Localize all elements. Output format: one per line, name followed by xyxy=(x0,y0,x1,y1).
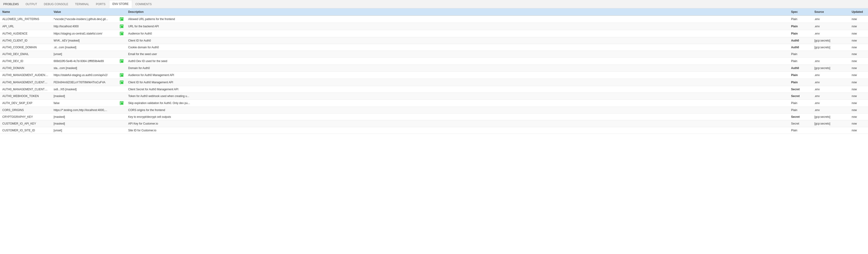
env-description: CORS origins for the frontend xyxy=(126,107,789,114)
table-header-row: NameValueDescriptionSpecSourceUpdated xyxy=(0,8,868,16)
env-name: CUSTOMER_IO_SITE_ID xyxy=(0,127,51,134)
env-description: Skip expiration validation for Auth0. On… xyxy=(126,100,789,107)
env-value: [masked] xyxy=(51,114,126,120)
tab-problems[interactable]: PROBLEMS xyxy=(0,0,22,8)
env-name: AUTH0_MANAGEMENT_AUDIENCE xyxy=(0,72,51,79)
env-source: .env xyxy=(812,30,849,37)
env-source: .env xyxy=(812,93,849,100)
env-value: [masked] xyxy=(51,120,126,127)
env-spec: Plain xyxy=(789,100,812,107)
table-row: AUTH0_MANAGEMENT_AUDIENCEhttps://statefu… xyxy=(0,72,868,79)
env-updated: now xyxy=(849,51,868,58)
tab-terminal[interactable]: TERMINAL xyxy=(72,0,93,8)
env-description: Cookie domain for Auth0 xyxy=(126,44,789,51)
table-row: CUSTOMER_IO_API_KEY[masked]API Key for C… xyxy=(0,120,868,127)
env-value-text: [unset] xyxy=(54,129,124,132)
env-description: Domain for Auth0 xyxy=(126,65,789,72)
env-name: ALLOWED_URL_PATTERNS xyxy=(0,16,51,23)
copy-icon[interactable] xyxy=(120,73,124,77)
env-value: ^vscode:|^vscode-insiders:|.github.dev|.… xyxy=(51,16,126,23)
table-row: AUTH0_CLIENT_IDWVK...kEV [masked]Client … xyxy=(0,37,868,44)
table-row: CRYPTOGRAPHY_KEY[masked]Key to encrypt/d… xyxy=(0,114,868,120)
env-updated: now xyxy=(849,79,868,86)
env-spec: Plain xyxy=(789,79,812,86)
tab-output[interactable]: OUTPUT xyxy=(22,0,40,8)
env-description: Site ID for Customer.io xyxy=(126,127,789,134)
env-updated: now xyxy=(849,93,868,100)
env-description: Audience for Auth0 xyxy=(126,30,789,37)
table-row: AUTH0_MANAGEMENT_CLIENT_IDFE0n0Hm9ZI3ELo… xyxy=(0,79,868,86)
table-row: AUTH0_COOKIE_DOMAIN.st...com [masked]Coo… xyxy=(0,44,868,51)
copy-icon[interactable] xyxy=(120,32,124,35)
table-row: ALLOWED_URL_PATTERNS^vscode:|^vscode-ins… xyxy=(0,16,868,23)
env-updated: now xyxy=(849,72,868,79)
tab-comments[interactable]: COMMENTS xyxy=(132,0,155,8)
table-row: AUTH0_DEV_EMAIL[unset]Email for the seed… xyxy=(0,51,868,58)
env-description: Auth0 Dev ID used for the seed xyxy=(126,58,789,65)
table-row: AUTH0_DOMAINsta...com [masked]Domain for… xyxy=(0,65,868,72)
env-updated: now xyxy=(849,44,868,51)
env-source: .env xyxy=(812,72,849,79)
env-value-text: ^vscode:|^vscode-insiders:|.github.dev|.… xyxy=(54,18,119,21)
copy-icon[interactable] xyxy=(120,59,124,63)
env-description: Allowed URL patterns for the frontend xyxy=(126,16,789,23)
env-name: CRYPTOGRAPHY_KEY xyxy=(0,114,51,120)
env-name: CORS_ORIGINS xyxy=(0,107,51,114)
env-spec: Plain xyxy=(789,16,812,23)
env-updated: now xyxy=(849,120,868,127)
env-updated: now xyxy=(849,127,868,134)
env-name: CUSTOMER_IO_API_KEY xyxy=(0,120,51,127)
env-spec: Auth0 xyxy=(789,65,812,72)
env-name: AUTH0_WEBHOOK_TOKEN xyxy=(0,93,51,100)
env-source: [gcp:secrets] xyxy=(812,65,849,72)
env-value-text: [unset] xyxy=(54,53,124,56)
env-description: URL for the backend API xyxy=(126,23,789,30)
env-description: Client Secret for Auth0 Management API xyxy=(126,86,789,93)
copy-icon[interactable] xyxy=(120,81,124,84)
env-value-text: [masked] xyxy=(54,94,124,98)
env-name: AUTH0_DEV_ID xyxy=(0,58,51,65)
copy-icon[interactable] xyxy=(120,25,124,28)
copy-icon[interactable] xyxy=(120,101,124,105)
env-name: AUTH0_CLIENT_ID xyxy=(0,37,51,44)
env-spec: Plain xyxy=(789,72,812,79)
env-updated: now xyxy=(849,30,868,37)
env-source: .env xyxy=(812,58,849,65)
env-value-text: http://localhost:4000 xyxy=(54,25,119,28)
env-store-table: NameValueDescriptionSpecSourceUpdated AL… xyxy=(0,8,868,134)
env-spec: Secret xyxy=(789,93,812,100)
column-header-spec: Spec xyxy=(789,8,812,16)
env-source: [gcp:secrets] xyxy=(812,37,849,44)
copy-icon[interactable] xyxy=(120,17,124,21)
env-name: API_URL xyxy=(0,23,51,30)
env-description: Client ID for Auth0 Management API xyxy=(126,79,789,86)
tab-debug-console[interactable]: DEBUG CONSOLE xyxy=(40,0,72,8)
env-value: https://staging.us-central1.stateful.com… xyxy=(51,30,126,37)
table-row: AUTH0_DEV_ID669d10f0-5e46-4c7d-9364-1fff… xyxy=(0,58,868,65)
env-value: [unset] xyxy=(51,51,126,58)
env-value: [unset] xyxy=(51,127,126,134)
env-value: false xyxy=(51,100,126,107)
tab-ports[interactable]: PORTS xyxy=(93,0,109,8)
env-updated: now xyxy=(849,23,868,30)
env-value-text: https://staging.us-central1.stateful.com… xyxy=(54,32,119,35)
column-header-source: Source xyxy=(812,8,849,16)
column-header-updated: Updated xyxy=(849,8,868,16)
tab-env-store[interactable]: ENV STORE xyxy=(109,0,132,8)
tab-bar: PROBLEMSOUTPUTDEBUG CONSOLETERMINALPORTS… xyxy=(0,0,868,8)
column-header-description: Description xyxy=(126,8,789,16)
env-source: .env xyxy=(812,23,849,30)
env-description: Key to encrypt/decrypt cell outputs xyxy=(126,114,789,120)
env-value: .st...com [masked] xyxy=(51,44,126,51)
env-source xyxy=(812,51,849,58)
env-value: 669d10f0-5e46-4c7d-9364-1fff859b4e89 xyxy=(51,58,126,65)
env-name: AUTH0_COOKIE_DOMAIN xyxy=(0,44,51,51)
env-source: .env xyxy=(812,107,849,114)
env-name: AUTH0_DEV_EMAIL xyxy=(0,51,51,58)
table-row: CORS_ORIGINShttps://*.testing.com,http:/… xyxy=(0,107,868,114)
env-spec: Plain xyxy=(789,23,812,30)
env-description: API Key for Customer.io xyxy=(126,120,789,127)
env-value: [masked] xyxy=(51,93,126,100)
env-value-text: [masked] xyxy=(54,122,124,125)
env-value: http://localhost:4000 xyxy=(51,23,126,30)
